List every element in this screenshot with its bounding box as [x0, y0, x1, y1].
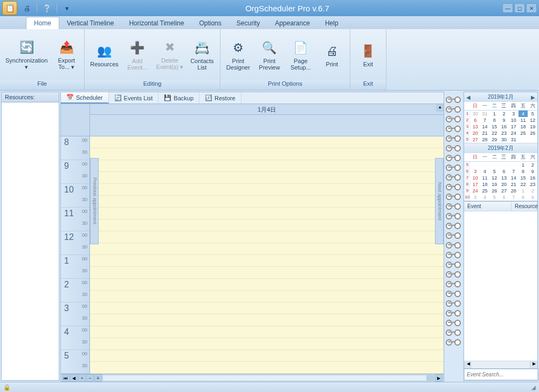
cal-day[interactable]: 11	[480, 175, 490, 181]
cal-day[interactable]: 25	[480, 188, 490, 194]
schedule-row[interactable]	[90, 184, 444, 196]
schedule-row[interactable]	[90, 350, 444, 362]
cal-day[interactable]: 7	[480, 117, 490, 123]
cal-day[interactable]: 8	[489, 117, 499, 123]
cal-day[interactable]: 26	[528, 130, 537, 136]
ribbon-btn-print[interactable]: 🖨Print	[316, 42, 348, 68]
resource-col-header[interactable]: Resource	[512, 202, 537, 211]
next-appointment-button[interactable]: Next appointment	[435, 158, 444, 244]
cal-day[interactable]: 4	[480, 168, 490, 175]
nav-add-icon[interactable]: +	[78, 374, 86, 382]
schedule-row[interactable]	[90, 231, 444, 243]
help-icon[interactable]: ❔	[42, 3, 52, 13]
cal-day[interactable]: 3	[471, 168, 480, 175]
schedule-row[interactable]	[90, 362, 444, 374]
qat-dropdown-icon[interactable]: ▾	[61, 3, 72, 13]
cal-day[interactable]: 21	[509, 181, 519, 188]
cal-day[interactable]: 14	[509, 175, 519, 181]
cal-day[interactable]: 16	[499, 123, 509, 130]
allday-area[interactable]	[90, 115, 444, 136]
cal-day[interactable]: 9	[499, 117, 509, 123]
cal-day[interactable]: 25	[519, 130, 528, 136]
ribbon-btn-resources[interactable]: 👥Resources	[87, 42, 122, 68]
previous-appointment-button[interactable]: Previous appointment	[90, 158, 99, 244]
cal-day[interactable]: 30	[499, 136, 509, 143]
ribbon-btn-print-designer[interactable]: ⚙PrintDesigner	[223, 38, 254, 72]
nav-minus-icon[interactable]: −	[86, 374, 94, 382]
cal-day[interactable]: 20	[471, 130, 480, 136]
nav-scrollbar[interactable]	[102, 375, 434, 381]
cal-day[interactable]: 1	[519, 162, 528, 168]
maximize-button[interactable]: ◻	[514, 3, 525, 13]
cal-day[interactable]: 15	[519, 175, 528, 181]
schedule-row[interactable]	[90, 208, 444, 219]
cal-day[interactable]: 2	[499, 111, 509, 117]
cal-day[interactable]: 17	[471, 181, 480, 188]
cal-day[interactable]: 31	[480, 111, 490, 117]
cal-day[interactable]: 13	[471, 123, 480, 130]
cal-day[interactable]: 4	[480, 194, 490, 201]
schedule-row[interactable]	[90, 326, 444, 338]
schedule-row[interactable]	[90, 267, 444, 279]
cal-day[interactable]: 12	[528, 117, 537, 123]
schedule-row[interactable]	[90, 172, 444, 184]
cal-day[interactable]: 16	[528, 175, 537, 181]
cal-day[interactable]: 8	[519, 168, 528, 175]
app-button[interactable]: 📋	[2, 1, 17, 15]
cal-day[interactable]: 2	[528, 162, 537, 168]
cal-day[interactable]: 14	[480, 123, 490, 130]
cal-day[interactable]: 2	[528, 188, 537, 194]
cal-day[interactable]: 31	[509, 136, 519, 143]
ribbon-btn-page-setup[interactable]: 📄PageSetup...	[285, 38, 316, 72]
cal-day[interactable]: 9	[528, 194, 537, 201]
cal-day[interactable]: 7	[509, 168, 519, 175]
scroll-left-icon[interactable]: ◀	[464, 361, 472, 368]
cal-day[interactable]: 29	[489, 136, 499, 143]
menu-tab-home[interactable]: Home	[26, 17, 59, 29]
cal-day[interactable]: 27	[471, 136, 480, 143]
nav-scroll-thumb[interactable]	[426, 375, 434, 381]
cal-day[interactable]: 24	[471, 188, 480, 194]
close-button[interactable]: ✕	[526, 3, 537, 13]
print-icon[interactable]: 🖨	[22, 3, 32, 13]
schedule-row[interactable]	[90, 279, 444, 291]
menu-tab-help[interactable]: Help	[317, 17, 346, 29]
cal-day[interactable]: 18	[519, 123, 528, 130]
schedule-row[interactable]	[90, 243, 444, 255]
cal-day[interactable]: 30	[471, 111, 480, 117]
cal-day[interactable]: 4	[519, 111, 528, 117]
ribbon-btn-synchronization[interactable]: 🔄Synchronization▾	[2, 38, 51, 72]
menu-tab-horizontal-timeline[interactable]: Horizontal Timeline	[121, 17, 191, 29]
cal-day[interactable]: 26	[489, 188, 499, 194]
cal-day[interactable]: 21	[480, 130, 490, 136]
schedule-row[interactable]	[90, 338, 444, 350]
cal-day[interactable]: 5	[489, 194, 499, 201]
cal-day[interactable]: 24	[509, 130, 519, 136]
cal-day[interactable]: 11	[519, 117, 528, 123]
subtab-events-list[interactable]: 🔄Events List	[109, 92, 159, 104]
schedule-row[interactable]	[90, 302, 444, 314]
menu-tab-security[interactable]: Security	[229, 17, 267, 29]
minimize-button[interactable]: —	[502, 3, 513, 13]
menu-tab-options[interactable]: Options	[191, 17, 229, 29]
cal-day[interactable]: 10	[471, 175, 480, 181]
cal-prev-icon[interactable]: ◀	[466, 94, 471, 100]
cal-day[interactable]: 3	[471, 194, 480, 201]
cal-day[interactable]: 23	[499, 130, 509, 136]
cal-day[interactable]: 22	[519, 181, 528, 188]
nav-first-icon[interactable]: ⏮	[62, 374, 70, 382]
cal-day[interactable]: 19	[489, 181, 499, 188]
cal-day[interactable]: 7	[509, 194, 519, 201]
ribbon-btn-exit[interactable]: 🚪Exit	[353, 42, 384, 68]
cal-day[interactable]: 8	[519, 194, 528, 201]
cal-next-icon[interactable]: ▶	[531, 94, 535, 100]
schedule-grid[interactable]	[90, 136, 444, 374]
cal-day[interactable]: 12	[489, 175, 499, 181]
cal-day[interactable]: 6	[499, 168, 509, 175]
cal-day[interactable]: 23	[528, 181, 537, 188]
cal-day[interactable]: 5	[528, 111, 537, 117]
cal-day[interactable]: 1	[489, 111, 499, 117]
cal-day[interactable]: 1	[519, 188, 528, 194]
schedule-row[interactable]	[90, 314, 444, 326]
schedule-row[interactable]	[90, 255, 444, 267]
